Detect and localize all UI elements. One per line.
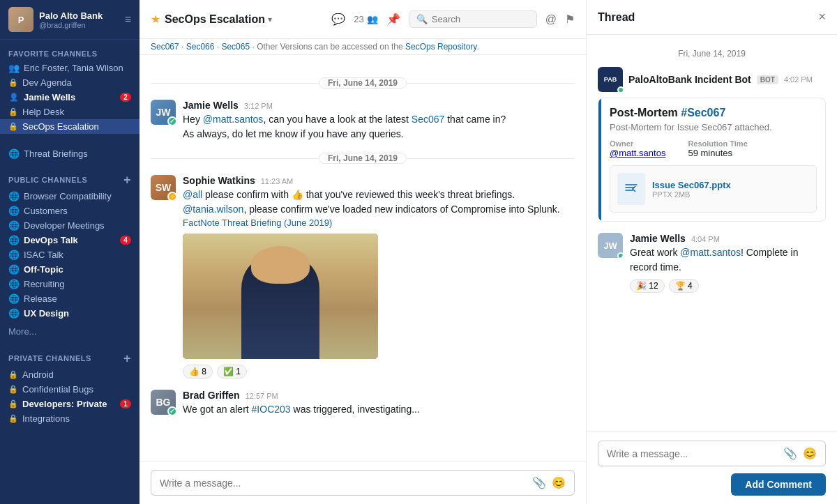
pm-content: Post-Mortem #Sec067 Post-Mortem for Issu… (598, 98, 825, 221)
member-count[interactable]: 23 👥 (354, 14, 377, 24)
bot-avatar: PAB (598, 67, 623, 92)
add-comment-button[interactable]: Add Comment (731, 473, 826, 496)
reaction-party[interactable]: 🎉 12 (630, 279, 665, 293)
thread-close-button[interactable]: × (818, 10, 826, 24)
sec067-msg-link[interactable]: Sec067 (412, 114, 444, 125)
factnode-link[interactable]: FactNote Threat Briefing (June 2019) (183, 217, 332, 228)
message-author: Brad Griffen (183, 390, 240, 401)
sidebar-item-ux-design[interactable]: 🌐 UX Design (0, 306, 140, 321)
sidebar-item-isac-talk[interactable]: 🌐 ISAC Talk (0, 247, 140, 262)
owner-value[interactable]: @matt.santos (610, 148, 665, 158)
attachment-icon[interactable]: 📎 (532, 476, 546, 489)
svg-rect-0 (623, 179, 640, 199)
mention-matt[interactable]: @matt.santos (203, 114, 264, 125)
thread-title: Thread (598, 11, 635, 24)
private-channels-section: PRIVATE CHANNELS + 🔒 Android 🔒 Confident… (0, 342, 140, 429)
chevron-icon[interactable]: ▾ (268, 15, 272, 24)
pin-icon[interactable]: 📌 (386, 13, 400, 26)
message-content: Sophie Watkins 11:23 AM @all please conf… (183, 175, 575, 379)
sidebar-item-help-desk[interactable]: 🔒 Help Desk (0, 105, 140, 119)
dm-icon: 👤 (8, 93, 20, 102)
reaction-trophy[interactable]: 🏆 4 (669, 279, 699, 293)
mention-matt-thread[interactable]: @matt.santos (680, 247, 741, 258)
sidebar-item-developer-meetings[interactable]: 🌐 Developer Meetings (0, 218, 140, 233)
message-jamie-wells: JW ✓ Jamie Wells 3:12 PM Hey @matt.santo… (151, 100, 575, 142)
secops-repository-link[interactable]: SecOps Repository (405, 42, 477, 52)
sidebar-item-eric-tania[interactable]: 👥 Eric Foster, Tania Wilson (0, 61, 140, 75)
sidebar-item-label: Recruiting (24, 279, 131, 289)
message-sophie-watkins: SW ⚡ Sophie Watkins 11:23 AM @all please… (151, 175, 575, 379)
bot-message: PAB PaloAltoBank Incident Bot BOT 4:02 P… (598, 67, 826, 222)
lock-icon: 🔒 (8, 107, 18, 116)
thread-attachment-icon[interactable]: 📎 (783, 447, 797, 460)
sidebar-item-browser-compatibility[interactable]: 🌐 Browser Compatibility (0, 189, 140, 204)
sidebar-header: P Palo Alto Bank @brad.griffen ≡ (0, 0, 140, 40)
sidebar: P Palo Alto Bank @brad.griffen ≡ FAVORIT… (0, 0, 140, 504)
sidebar-item-integrations[interactable]: 🔒 Integrations (0, 411, 140, 426)
reaction-checkmark[interactable]: ✅ 1 (217, 365, 247, 379)
chat-icon[interactable]: 💬 (331, 13, 345, 26)
thread-reply-jamie: JW Jamie Wells 4:04 PM Great work @matt.… (598, 233, 826, 293)
sidebar-item-jamie-wells[interactable]: 👤 Jamie Wells 2 (0, 90, 140, 105)
sidebar-item-label: Customers (24, 206, 131, 216)
reaction-thumbs-up[interactable]: 👍 8 (183, 365, 213, 379)
sidebar-item-confidential-bugs[interactable]: 🔒 Confidential Bugs (0, 382, 140, 397)
thread-message-input[interactable] (607, 448, 778, 459)
post-mortem-card: Post-Mortem #Sec067 Post-Mortem for Issu… (598, 98, 826, 222)
message-brad-griffen: BG ✓ Brad Griffen 12:57 PM We got an ale… (151, 390, 575, 417)
search-input[interactable] (432, 14, 529, 24)
file-info: Issue Sec067.pptx PPTX 2MB (652, 180, 731, 199)
message-content: Jamie Wells 3:12 PM Hey @matt.santos, ca… (183, 100, 575, 142)
date-label: Fri, June 14, 2019 (319, 77, 407, 89)
sec066-link[interactable]: Sec066 (186, 42, 215, 52)
sec067-thread-link[interactable]: #Sec067 (681, 107, 725, 119)
sidebar-item-dev-agenda[interactable]: 🔒 Dev Agenda (0, 75, 140, 90)
star-icon[interactable]: ★ (151, 13, 160, 26)
sidebar-item-release[interactable]: 🌐 Release (0, 291, 140, 306)
globe-icon: 🌐 (8, 220, 20, 231)
sidebar-item-android[interactable]: 🔒 Android (0, 367, 140, 382)
ioc203-link[interactable]: #IOC203 (252, 404, 291, 415)
sec067-link[interactable]: Sec067 (151, 42, 179, 52)
message-input[interactable] (160, 478, 527, 489)
sidebar-item-label: Off-Topic (24, 264, 131, 275)
more-link[interactable]: More... (0, 323, 140, 342)
sidebar-item-off-topic[interactable]: 🌐 Off-Topic (0, 262, 140, 277)
emoji-icon[interactable]: 😊 (552, 476, 566, 489)
file-size: PPTX 2MB (652, 190, 731, 199)
dm-icon: 👥 (8, 63, 20, 73)
sidebar-item-devops-talk[interactable]: 🌐 DevOps Talk 4 (0, 233, 140, 247)
lock-icon: 🔒 (8, 399, 18, 408)
threat-briefings-section: 🌐 Threat Briefings (0, 137, 140, 164)
message-author: Sophie Watkins (183, 175, 255, 186)
globe-icon: 🌐 (8, 206, 20, 216)
thread-emoji-icon[interactable]: 😊 (803, 447, 817, 460)
sidebar-item-customers[interactable]: 🌐 Customers (0, 204, 140, 218)
pm-resolution: Resolution Time 59 minutes (688, 139, 747, 158)
mention-all[interactable]: @all (183, 189, 202, 200)
sidebar-item-label: ISAC Talk (24, 250, 131, 260)
video-preview[interactable] (183, 234, 378, 359)
message-time: 3:12 PM (244, 102, 273, 110)
owner-link[interactable]: @matt.santos (610, 148, 665, 158)
sidebar-item-threat-briefings[interactable]: 🌐 Threat Briefings (0, 146, 140, 161)
add-public-channel-button[interactable]: + (123, 174, 131, 186)
thread-messages: Fri, June 14, 2019 PAB PaloAltoBank Inci… (587, 35, 837, 432)
at-icon[interactable]: @ (545, 13, 557, 26)
workspace-name: Palo Alto Bank (39, 10, 125, 21)
resolution-label: Resolution Time (688, 139, 747, 148)
flag-icon[interactable]: ⚑ (565, 13, 575, 26)
mention-tania[interactable]: @tania.wilson (183, 204, 243, 215)
menu-icon[interactable]: ≡ (125, 13, 131, 26)
add-private-channel-button[interactable]: + (123, 352, 131, 365)
user-info: Palo Alto Bank @brad.griffen (39, 10, 125, 29)
file-attachment[interactable]: Issue Sec067.pptx PPTX 2MB (610, 165, 817, 213)
sidebar-item-developers-private[interactable]: 🔒 Developers: Private 1 (0, 397, 140, 411)
sidebar-item-secops-escalation[interactable]: 🔒 SecOps Escalation (0, 119, 140, 134)
date-divider-1: Fri, June 14, 2019 (151, 77, 575, 89)
globe-icon: 🌐 (8, 279, 20, 289)
public-channels-section: PUBLIC CHANNELS + 🌐 Browser Compatibilit… (0, 164, 140, 323)
message-text: We got an alert #IOC203 was triggered, i… (183, 402, 575, 417)
sec065-link[interactable]: Sec065 (221, 42, 250, 52)
sidebar-item-recruiting[interactable]: 🌐 Recruiting (0, 277, 140, 291)
